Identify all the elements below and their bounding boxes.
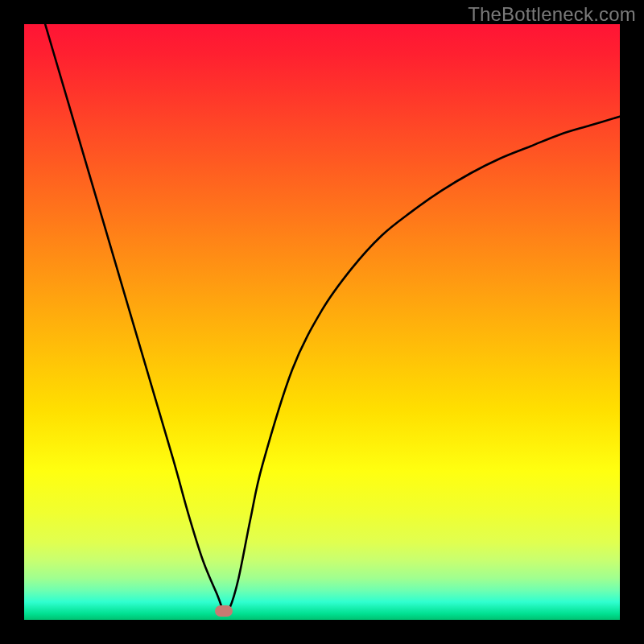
optimal-marker: [215, 605, 233, 617]
watermark-text: TheBottleneck.com: [468, 3, 636, 26]
plot-area: [24, 24, 620, 620]
bottleneck-curve: [24, 24, 620, 620]
chart-frame: TheBottleneck.com: [0, 0, 644, 644]
